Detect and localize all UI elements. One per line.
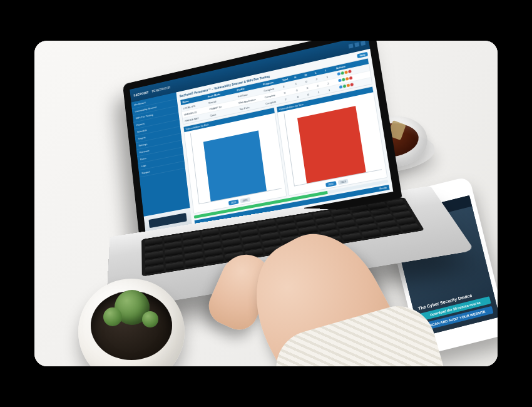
cell-total: 2	[285, 96, 296, 101]
help-button[interactable]: Help	[357, 52, 368, 58]
close-icon[interactable]	[361, 41, 366, 46]
sidebar-item-wifi[interactable]: WiFi Pen Testing	[133, 106, 179, 123]
cell-high: 1	[295, 80, 304, 85]
sidebar-item-reports[interactable]: Reports	[133, 113, 180, 130]
cell-name: LOCAL IPS	[183, 101, 208, 110]
th-progress[interactable]: Progress	[263, 79, 281, 86]
cell-med: 0	[305, 78, 315, 83]
th-info[interactable]: I	[325, 67, 335, 72]
cell-name: OFFICE-NET	[185, 114, 209, 122]
cell-low: 1	[318, 89, 328, 94]
th-low[interactable]: L	[315, 70, 325, 75]
cell-low: 2	[316, 76, 326, 81]
cell-mode: Quick	[210, 108, 238, 116]
th-profile[interactable]: Profile	[237, 83, 262, 91]
cell-med: 3	[306, 85, 315, 90]
sidebar-item-dashboard[interactable]: Dashboard	[131, 92, 177, 109]
potted-plant	[78, 279, 185, 366]
sidebar-item-firmware[interactable]: Firmware	[136, 140, 183, 157]
chart-risk-title: Vulnerabilities by Risk	[184, 108, 275, 132]
cell-high: 0	[297, 93, 306, 98]
cell-progress: Complete	[265, 98, 284, 105]
maximize-icon[interactable]	[354, 42, 359, 47]
th-name[interactable]: Name	[182, 96, 207, 104]
cell-low: 4	[317, 82, 327, 87]
sidebar-item-schedule[interactable]: Schedule	[134, 120, 180, 137]
cell-high: 0	[296, 87, 305, 92]
sidebar-item-users[interactable]: Users	[137, 147, 183, 163]
sidebar: Dashboard Vulnerability Scanner WiFi Pen…	[131, 92, 193, 236]
th-med[interactable]: M	[304, 72, 314, 77]
cell-profile: Web Application	[238, 96, 264, 104]
chart-risk-bar	[203, 131, 267, 202]
cell-profile: Top Ports	[239, 102, 265, 110]
lifestyle-photo: SECPOINT The Cyber Security Device Downl…	[34, 41, 498, 366]
cell-mode: OWASP 10	[209, 101, 237, 110]
legend-a[interactable]: 2022	[228, 199, 239, 205]
legend-b[interactable]: 2023	[337, 178, 349, 185]
sidebar-item-targets[interactable]: Targets	[135, 126, 182, 143]
cell-profile: Full Scan	[237, 90, 262, 98]
chart-risk: Vulnerabilities by Risk 2022 2023	[183, 107, 287, 214]
legend-a[interactable]: 2022	[325, 181, 337, 187]
minimize-icon[interactable]	[349, 43, 354, 48]
chart-year-bar	[297, 106, 366, 183]
cell-name: SERVER-01	[184, 108, 208, 116]
main-panel: SecPoint® Penetrator™ – Vulnerability Sc…	[176, 49, 394, 228]
cell-total: 4	[283, 83, 294, 88]
cell-med: 0	[307, 91, 317, 96]
cell-info: 1	[326, 73, 336, 78]
th-total[interactable]: Total	[282, 76, 294, 82]
cactus-icon	[115, 290, 150, 325]
window-controls[interactable]	[349, 41, 366, 49]
cell-progress: Complete	[265, 91, 284, 98]
th-high[interactable]: H	[294, 74, 304, 79]
sidebar-item-support[interactable]: Support	[139, 162, 186, 178]
sidebar-item-logs[interactable]: Logs	[138, 154, 184, 170]
chart-year: Vulnerabilities by Year 2022 2023	[276, 86, 387, 196]
th-mode[interactable]: Scan Mode	[208, 89, 236, 98]
cell-progress: Complete	[263, 85, 282, 92]
page-title: SecPoint® Penetrator™ – Vulnerability Sc…	[179, 74, 270, 98]
chart-risk-plot	[190, 116, 282, 205]
sidebar-item-settings[interactable]: Settings	[136, 133, 182, 150]
sidebar-item-vuln-scanner[interactable]: Vulnerability Scanner	[132, 99, 178, 116]
legend-b[interactable]: 2023	[240, 197, 250, 204]
cell-mode: Normal	[208, 95, 237, 104]
product-name: PENETRATOR	[151, 85, 170, 93]
status-text: Ready	[379, 186, 387, 190]
brand-logo: SECPOINT	[133, 90, 149, 97]
chart-year-plot	[284, 95, 382, 186]
cell-total: 9	[284, 89, 295, 95]
cell-info: 1	[328, 86, 338, 91]
